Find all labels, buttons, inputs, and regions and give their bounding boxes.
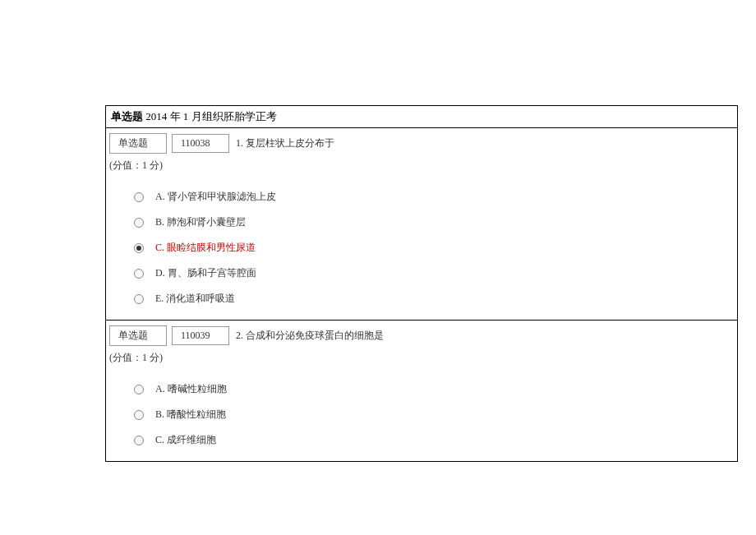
radio-icon[interactable] [134,243,144,253]
option-text: A. 肾小管和甲状腺滤泡上皮 [155,190,276,204]
option-row[interactable]: E. 消化道和呼吸道 [134,286,734,311]
question-meta-row: 单选题 110038 1. 复层柱状上皮分布于 [109,128,734,157]
question-score: (分值：1 分) [109,349,734,373]
question-score: (分值：1 分) [109,157,734,181]
option-row[interactable]: B. 肺泡和肾小囊壁层 [134,210,734,235]
option-text: B. 嗜酸性粒细胞 [155,408,226,422]
question-type-box: 单选题 [109,133,167,154]
option-row[interactable]: A. 肾小管和甲状腺滤泡上皮 [134,184,734,210]
question-block: 单选题 110038 1. 复层柱状上皮分布于 (分值：1 分) A. 肾小管和… [106,128,737,321]
question-type-box: 单选题 [109,325,167,346]
radio-icon[interactable] [134,269,144,279]
option-row[interactable]: A. 嗜碱性粒细胞 [134,376,734,402]
option-text: D. 胃、肠和子宫等腔面 [155,266,256,280]
question-code-box: 110039 [172,326,229,345]
options-list: A. 嗜碱性粒细胞 B. 嗜酸性粒细胞 C. 成纤维细胞 [109,373,734,458]
radio-icon[interactable] [134,410,144,420]
exam-title-rest: 2014 年 1 月组织胚胎学正考 [143,110,277,122]
exam-title-prefix: 单选题 [111,110,143,122]
option-row[interactable]: C. 眼睑结膜和男性尿道 [134,235,734,261]
option-text: E. 消化道和呼吸道 [155,292,235,306]
radio-icon[interactable] [134,385,144,394]
question-stem: 1. 复层柱状上皮分布于 [236,136,334,150]
option-text: B. 肺泡和肾小囊壁层 [155,215,246,229]
option-row[interactable]: D. 胃、肠和子宫等腔面 [134,261,734,286]
options-list: A. 肾小管和甲状腺滤泡上皮 B. 肺泡和肾小囊壁层 C. 眼睑结膜和男性尿道 … [109,181,734,316]
option-row[interactable]: B. 嗜酸性粒细胞 [134,402,734,427]
radio-icon[interactable] [134,436,144,445]
question-stem: 2. 合成和分泌免疫球蛋白的细胞是 [236,329,384,343]
question-code-box: 110038 [172,134,229,153]
radio-icon[interactable] [134,218,144,228]
question-meta-row: 单选题 110039 2. 合成和分泌免疫球蛋白的细胞是 [109,321,734,349]
radio-icon[interactable] [134,294,144,304]
option-text: A. 嗜碱性粒细胞 [155,382,227,396]
exam-title-row: 单选题 2014 年 1 月组织胚胎学正考 [106,106,737,128]
radio-icon[interactable] [134,192,144,202]
question-block: 单选题 110039 2. 合成和分泌免疫球蛋白的细胞是 (分值：1 分) A.… [106,321,737,461]
option-text: C. 眼睑结膜和男性尿道 [155,241,256,255]
option-row[interactable]: C. 成纤维细胞 [134,427,734,453]
exam-container: 单选题 2014 年 1 月组织胚胎学正考 单选题 110038 1. 复层柱状… [105,105,738,462]
option-text: C. 成纤维细胞 [155,433,216,447]
